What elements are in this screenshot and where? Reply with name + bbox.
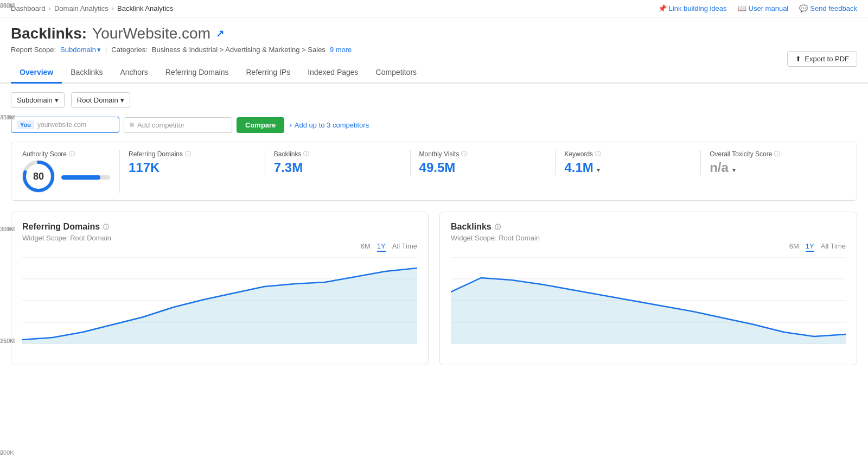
- referring-domains-info-icon[interactable]: ⓘ: [185, 150, 191, 158]
- title-prefix: Backlinks:: [11, 25, 87, 42]
- monthly-visits-value: 49.5M: [419, 160, 547, 175]
- stat-authority-score: Authority Score ⓘ 80: [22, 150, 120, 193]
- monthly-visits-label: Monthly Visits: [419, 150, 459, 158]
- tab-competitors[interactable]: Competitors: [367, 62, 425, 84]
- main-content: Subdomain ▾ Root Domain ▾ You yourwebsit…: [0, 84, 868, 374]
- chart-right-filters: 6M 1Y All Time: [451, 242, 846, 252]
- subdomain-dropdown[interactable]: Subdomain ▾: [11, 92, 65, 108]
- chart-right-scope: Widget Scope: Root Domain: [451, 234, 846, 242]
- monthly-visits-info-icon[interactable]: ⓘ: [461, 150, 467, 158]
- authority-score-info-icon[interactable]: ⓘ: [69, 150, 75, 158]
- y-label-r3: 300M: [0, 226, 15, 232]
- you-domain: yourwebsite.com: [37, 121, 86, 129]
- add-competitors-link[interactable]: + Add up to 3 competitors: [289, 121, 369, 129]
- chart-backlinks: Backlinks ⓘ Widget Scope: Root Domain 6M…: [439, 212, 857, 365]
- keywords-label: Keywords: [564, 150, 593, 158]
- stat-monthly-visits: Monthly Visits ⓘ 49.5M: [411, 150, 556, 175]
- toxicity-label: Overall Toxicity Score: [710, 150, 772, 158]
- y-label-r4: 150M: [0, 338, 15, 344]
- score-circle: 80: [22, 160, 55, 193]
- keywords-info-icon[interactable]: ⓘ: [595, 150, 601, 158]
- breadcrumb-sep2: ›: [112, 4, 114, 12]
- compare-button[interactable]: Compare: [237, 117, 284, 133]
- score-bar-fill: [61, 175, 100, 180]
- tab-referring-ips[interactable]: Referring IPs: [237, 62, 299, 84]
- root-domain-chevron-icon: ▾: [120, 96, 124, 104]
- chart-left-filter-6m[interactable]: 6M: [361, 242, 371, 252]
- chart-right-y-axis: 600M 450M 300M 150M 0: [0, 0, 15, 374]
- root-domain-dropdown[interactable]: Root Domain ▾: [71, 92, 130, 108]
- authority-score-value: 80: [33, 171, 44, 182]
- chart-left-filter-1y[interactable]: 1Y: [377, 242, 386, 252]
- toxicity-info-icon[interactable]: ⓘ: [774, 150, 780, 158]
- chart-left-title: Referring Domains ⓘ: [22, 222, 417, 232]
- breadcrumb-domain-analytics[interactable]: Domain Analytics: [54, 4, 108, 12]
- page-header-wrapper: Backlinks: YourWebsite.com ↗ Report Scop…: [0, 17, 868, 58]
- filter-row: Subdomain ▾ Root Domain ▾: [11, 92, 857, 108]
- tab-backlinks[interactable]: Backlinks: [62, 62, 111, 84]
- backlinks-value: 7.3M: [274, 160, 401, 175]
- external-link-icon[interactable]: ↗: [216, 28, 224, 40]
- breadcrumb-backlink-analytics: Backlink Analytics: [117, 4, 173, 12]
- report-scope-row: Report Scope: Subdomain ▾ | Categories: …: [11, 46, 857, 54]
- competitor-input[interactable]: Add competitor: [124, 117, 232, 133]
- user-manual-label: User manual: [749, 4, 789, 12]
- scope-value: Subdomain: [60, 46, 96, 54]
- scope-dropdown[interactable]: Subdomain ▾: [60, 46, 101, 54]
- stat-keywords: Keywords ⓘ 4.1M ▾: [556, 150, 701, 175]
- user-manual-link[interactable]: 📖 User manual: [738, 4, 789, 12]
- flag-icon: 📌: [658, 4, 667, 12]
- stats-row: Authority Score ⓘ 80: [11, 142, 857, 201]
- stat-referring-domains: Referring Domains ⓘ 117K: [120, 150, 265, 175]
- export-pdf-button[interactable]: ⬆ Export to PDF: [787, 51, 857, 67]
- tab-overview[interactable]: Overview: [11, 62, 62, 84]
- chart-referring-domains: Referring Domains ⓘ Widget Scope: Root D…: [11, 212, 429, 365]
- send-feedback-link[interactable]: 💬 Send feedback: [799, 4, 857, 12]
- tab-anchors[interactable]: Anchors: [111, 62, 156, 84]
- competitor-placeholder: Add competitor: [137, 121, 184, 129]
- domain-name: YourWebsite.com: [92, 25, 210, 42]
- link-building-ideas-link[interactable]: 📌 Link building ideas: [658, 4, 727, 12]
- scope-chevron-icon: ▾: [97, 46, 101, 54]
- input-row: You yourwebsite.com Add competitor Compa…: [11, 117, 857, 133]
- you-input[interactable]: You yourwebsite.com: [11, 117, 119, 133]
- referring-domains-value: 117K: [129, 160, 256, 175]
- chart-right-svg-area: [451, 257, 846, 355]
- chart-left-scope: Widget Scope: Root Domain: [22, 234, 417, 242]
- backlinks-info-icon[interactable]: ⓘ: [303, 150, 309, 158]
- breadcrumb-dashboard[interactable]: Dashboard: [11, 4, 46, 12]
- tab-referring-domains[interactable]: Referring Domains: [157, 62, 238, 84]
- authority-score-label: Authority Score: [22, 150, 67, 158]
- top-nav: Dashboard › Domain Analytics › Backlink …: [0, 0, 868, 17]
- page-header: Backlinks: YourWebsite.com ↗ Report Scop…: [0, 17, 868, 58]
- chart-left-filter-alltime[interactable]: All Time: [392, 242, 417, 252]
- export-label: Export to PDF: [805, 55, 849, 63]
- dot-icon: [130, 123, 134, 127]
- chart-right-filter-alltime[interactable]: All Time: [821, 242, 846, 252]
- chart-left-area: 242K 231K 221K 210K 200K: [22, 257, 417, 355]
- tab-indexed-pages[interactable]: Indexed Pages: [299, 62, 367, 84]
- categories-label: Categories:: [111, 46, 147, 54]
- link-building-ideas-label: Link building ideas: [669, 4, 727, 12]
- page-title: Backlinks: YourWebsite.com ↗: [11, 25, 857, 42]
- chart-left-info-icon[interactable]: ⓘ: [103, 223, 109, 231]
- chart-right-filter-6m[interactable]: 6M: [789, 242, 799, 252]
- chart-right-info-icon[interactable]: ⓘ: [495, 223, 501, 231]
- subdomain-chevron-icon: ▾: [55, 96, 59, 104]
- root-domain-label: Root Domain: [77, 96, 118, 104]
- top-nav-actions: 📌 Link building ideas 📖 User manual 💬 Se…: [658, 4, 857, 12]
- keywords-value: 4.1M ▾: [564, 160, 692, 175]
- categories-more[interactable]: 9 more: [330, 46, 352, 54]
- report-scope-label: Report Scope:: [11, 46, 56, 54]
- chart-right-title: Backlinks ⓘ: [451, 222, 846, 232]
- add-competitors-label: + Add up to 3 competitors: [289, 121, 369, 129]
- you-badge: You: [17, 120, 34, 129]
- chart-left-filters: 6M 1Y All Time: [22, 242, 417, 252]
- stat-toxicity: Overall Toxicity Score ⓘ n/a ▾: [701, 150, 846, 175]
- chart-right-filter-1y[interactable]: 1Y: [806, 242, 814, 252]
- keywords-chevron-icon[interactable]: ▾: [597, 167, 600, 173]
- toxicity-value: n/a ▾: [710, 160, 837, 175]
- chart-left-svg-area: [22, 257, 417, 355]
- breadcrumb-sep1: ›: [49, 4, 51, 12]
- toxicity-chevron-icon[interactable]: ▾: [732, 167, 736, 173]
